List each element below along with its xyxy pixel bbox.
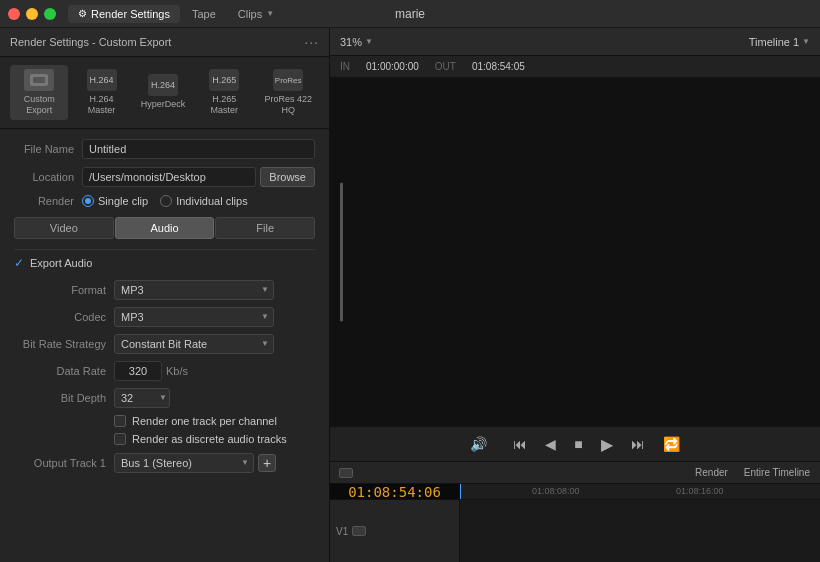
tab-video-button[interactable]: Video [14, 217, 114, 239]
render-radio-group: Single clip Individual clips [82, 195, 248, 207]
preset-custom-export[interactable]: Custom Export [10, 65, 68, 120]
format-select-wrapper: MP3 ▼ [114, 280, 274, 300]
zoom-control[interactable]: 31% ▼ [340, 36, 373, 48]
tab-file-button[interactable]: File [215, 217, 315, 239]
checkbox-row-2[interactable]: Render as discrete audio tracks [14, 433, 315, 445]
track-icon [352, 526, 366, 536]
add-output-track-button[interactable]: + [258, 454, 276, 472]
timeline-header-right: Render Entire Timeline [358, 467, 816, 478]
ruler-mark-2: 01:08:16:00 [676, 486, 724, 496]
preset-h264-icon: H.264 [87, 69, 117, 91]
panel-header: Render Settings - Custom Export ··· [0, 28, 329, 57]
timeline-area: Render Entire Timeline 01:08:54:06 01:08… [330, 462, 820, 562]
output-track-row: Output Track 1 Bus 1 (Stereo) ▼ + [14, 453, 315, 473]
skip-to-end-button[interactable]: ⏭ [629, 434, 647, 454]
radio-single-clip-label: Single clip [98, 195, 148, 207]
output-track-select[interactable]: Bus 1 (Stereo) [114, 453, 254, 473]
data-rate-input[interactable] [114, 361, 162, 381]
preset-hyperdeck[interactable]: H.264 HyperDeck [135, 70, 192, 114]
radio-single-clip[interactable]: Single clip [82, 195, 148, 207]
tab-audio-button[interactable]: Audio [115, 217, 215, 239]
export-audio-row[interactable]: ✓ Export Audio [14, 256, 315, 270]
tab-render-settings[interactable]: ⚙ Render Settings [68, 5, 180, 23]
timeline-ruler: 01:08:54:06 01:08:08:00 01:08:16:00 [330, 484, 820, 500]
render-one-track-label: Render one track per channel [132, 415, 277, 427]
data-rate-row: Data Rate Kb/s [14, 361, 315, 381]
preset-h264-master[interactable]: H.264 H.264 Master [74, 65, 128, 120]
radio-individual-clips-label: Individual clips [176, 195, 248, 207]
render-discrete-tracks-checkbox[interactable] [114, 433, 126, 445]
location-label: Location [14, 171, 82, 183]
location-input[interactable] [82, 167, 256, 187]
stop-button[interactable]: ■ [572, 434, 584, 454]
entire-timeline-button[interactable]: Entire Timeline [744, 467, 810, 478]
clips-chevron-icon: ▼ [266, 9, 274, 18]
data-rate-label: Data Rate [14, 365, 114, 377]
render-button[interactable]: Render [695, 467, 728, 478]
timecode-out-label: OUT [435, 61, 456, 72]
bit-depth-select[interactable]: 32 [114, 388, 170, 408]
titlebar-tabs: ⚙ Render Settings Tape Clips ▼ [68, 5, 284, 23]
ruler-track[interactable]: 01:08:08:00 01:08:16:00 [460, 484, 820, 499]
location-row: Location Browse [14, 167, 315, 187]
tab-clips[interactable]: Clips ▼ [228, 5, 284, 23]
playhead[interactable] [460, 484, 461, 499]
bit-rate-strategy-label: Bit Rate Strategy [14, 338, 114, 350]
skip-to-start-button[interactable]: ⏮ [511, 434, 529, 454]
preset-prores-422hq[interactable]: ProRes ProRes 422 HQ [257, 65, 319, 120]
format-row: Format MP3 ▼ [14, 280, 315, 300]
tab-render-settings-label: Render Settings [91, 8, 170, 20]
codec-label: Codec [14, 311, 114, 323]
preset-h264-label: H.264 Master [80, 94, 122, 116]
radio-individual-clips[interactable]: Individual clips [160, 195, 248, 207]
filename-row: File Name [14, 139, 315, 159]
preset-prores-icon: ProRes [273, 69, 303, 91]
format-select[interactable]: MP3 [114, 280, 274, 300]
fullscreen-button[interactable] [44, 8, 56, 20]
render-one-track-checkbox[interactable] [114, 415, 126, 427]
loop-button[interactable]: 🔁 [661, 434, 682, 454]
minimize-button[interactable] [26, 8, 38, 20]
v1-track-content[interactable] [460, 500, 820, 562]
timeline-icon [339, 468, 353, 478]
browse-button[interactable]: Browse [260, 167, 315, 187]
bit-rate-strategy-select-wrapper: Constant Bit Rate ▼ [114, 334, 274, 354]
timeline-selector[interactable]: Timeline 1 ▼ [749, 36, 810, 48]
filename-label: File Name [14, 143, 82, 155]
v1-label-text: V1 [336, 526, 348, 537]
form-area: File Name Location Browse Render Single … [0, 129, 329, 562]
timecode-in-value: 01:00:00:00 [366, 61, 419, 72]
filename-input[interactable] [82, 139, 315, 159]
divider [14, 249, 315, 250]
timecode-in-label: IN [340, 61, 350, 72]
export-audio-label: Export Audio [30, 257, 92, 269]
preset-hyperdeck-label: HyperDeck [141, 99, 186, 110]
close-button[interactable] [8, 8, 20, 20]
timeline-header-left [334, 468, 358, 478]
step-back-button[interactable]: ◀ [543, 434, 558, 454]
main-layout: Render Settings - Custom Export ··· Cust… [0, 28, 820, 562]
timecode-out-value: 01:08:54:05 [472, 61, 525, 72]
render-settings-icon: ⚙ [78, 8, 87, 19]
presets-row: Custom Export H.264 H.264 Master H.264 H… [0, 57, 329, 129]
titlebar: ⚙ Render Settings Tape Clips ▼ marie [0, 0, 820, 28]
panel-options-button[interactable]: ··· [304, 34, 319, 50]
current-timecode-value: 01:08:54:06 [348, 484, 441, 500]
bit-rate-strategy-select[interactable]: Constant Bit Rate [114, 334, 274, 354]
timeline-header: Render Entire Timeline [330, 462, 820, 484]
radio-individual-clips-dot [160, 195, 172, 207]
bit-depth-row: Bit Depth 32 ▼ [14, 388, 315, 408]
preset-h265-master[interactable]: H.265 H.265 Master [197, 65, 251, 120]
codec-select[interactable]: MP3 [114, 307, 274, 327]
checkbox-row-1[interactable]: Render one track per channel [14, 415, 315, 427]
ruler-mark-1: 01:08:08:00 [532, 486, 580, 496]
codec-row: Codec MP3 ▼ [14, 307, 315, 327]
play-button[interactable]: ▶ [599, 433, 615, 456]
tab-tape[interactable]: Tape [182, 5, 226, 23]
right-top-bar: 31% ▼ Timeline 1 ▼ [330, 28, 820, 56]
preview-scrubber[interactable] [340, 182, 343, 321]
timeline-arrow-icon: ▼ [802, 37, 810, 46]
data-rate-unit: Kb/s [166, 365, 188, 377]
volume-button[interactable]: 🔊 [468, 434, 489, 454]
render-discrete-tracks-label: Render as discrete audio tracks [132, 433, 287, 445]
